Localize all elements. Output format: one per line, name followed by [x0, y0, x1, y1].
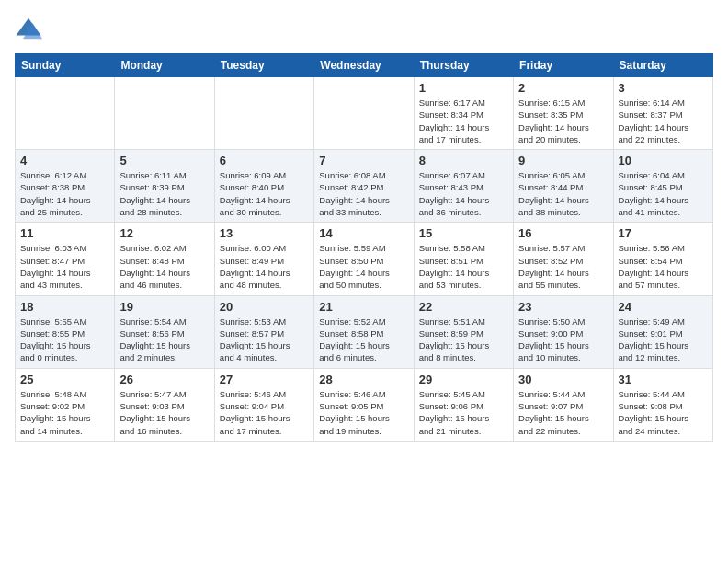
calendar-header: SundayMondayTuesdayWednesdayThursdayFrid… [16, 54, 713, 77]
header-wednesday: Wednesday [314, 54, 414, 77]
day-info: Sunrise: 6:09 AM Sunset: 8:40 PM Dayligh… [220, 169, 309, 218]
day-info: Sunrise: 5:46 AM Sunset: 9:05 PM Dayligh… [319, 388, 408, 437]
header-row: SundayMondayTuesdayWednesdayThursdayFrid… [16, 54, 713, 77]
day-number: 27 [220, 373, 309, 386]
day-number: 6 [220, 154, 309, 167]
day-number: 4 [20, 154, 109, 167]
day-info: Sunrise: 5:44 AM Sunset: 9:08 PM Dayligh… [619, 388, 708, 437]
day-number: 21 [319, 300, 408, 314]
day-info: Sunrise: 5:51 AM Sunset: 8:59 PM Dayligh… [419, 316, 508, 364]
calendar-cell: 23Sunrise: 5:50 AM Sunset: 9:00 PM Dayli… [514, 295, 613, 368]
day-info: Sunrise: 6:14 AM Sunset: 8:37 PM Dayligh… [619, 97, 708, 145]
calendar-cell: 11Sunrise: 6:03 AM Sunset: 8:47 PM Dayli… [16, 223, 115, 295]
header-monday: Monday [115, 54, 214, 77]
calendar-cell: 16Sunrise: 5:57 AM Sunset: 8:52 PM Dayli… [514, 223, 613, 295]
header-saturday: Saturday [613, 54, 712, 77]
calendar-cell: 26Sunrise: 5:47 AM Sunset: 9:03 PM Dayli… [115, 368, 214, 441]
calendar-cell: 14Sunrise: 5:59 AM Sunset: 8:50 PM Dayli… [314, 223, 414, 295]
calendar-cell: 7Sunrise: 6:08 AM Sunset: 8:42 PM Daylig… [314, 150, 414, 223]
day-info: Sunrise: 6:04 AM Sunset: 8:45 PM Dayligh… [619, 169, 708, 218]
calendar-cell: 21Sunrise: 5:52 AM Sunset: 8:58 PM Dayli… [314, 295, 414, 368]
calendar-cell: 31Sunrise: 5:44 AM Sunset: 9:08 PM Dayli… [613, 368, 712, 441]
day-info: Sunrise: 6:12 AM Sunset: 8:38 PM Dayligh… [20, 169, 109, 218]
header-sunday: Sunday [16, 54, 115, 77]
day-number: 15 [419, 226, 508, 240]
calendar-cell: 25Sunrise: 5:48 AM Sunset: 9:02 PM Dayli… [16, 368, 115, 441]
day-number: 17 [619, 226, 708, 240]
calendar-cell: 5Sunrise: 6:11 AM Sunset: 8:39 PM Daylig… [115, 150, 214, 223]
day-info: Sunrise: 5:57 AM Sunset: 8:52 PM Dayligh… [518, 242, 608, 291]
day-number: 20 [220, 300, 309, 314]
calendar-cell: 24Sunrise: 5:49 AM Sunset: 9:01 PM Dayli… [613, 295, 712, 368]
calendar-cell: 6Sunrise: 6:09 AM Sunset: 8:40 PM Daylig… [214, 150, 313, 223]
calendar-cell [314, 77, 414, 150]
calendar-cell: 4Sunrise: 6:12 AM Sunset: 8:38 PM Daylig… [16, 150, 115, 223]
day-info: Sunrise: 5:49 AM Sunset: 9:01 PM Dayligh… [619, 316, 708, 364]
day-number: 18 [20, 300, 109, 314]
day-number: 3 [619, 81, 708, 95]
calendar-cell: 13Sunrise: 6:00 AM Sunset: 8:49 PM Dayli… [214, 223, 313, 295]
day-info: Sunrise: 6:05 AM Sunset: 8:44 PM Dayligh… [518, 169, 608, 218]
calendar-cell: 19Sunrise: 5:54 AM Sunset: 8:56 PM Dayli… [115, 295, 214, 368]
day-number: 14 [319, 226, 408, 240]
calendar-cell: 2Sunrise: 6:15 AM Sunset: 8:35 PM Daylig… [514, 77, 613, 150]
calendar-cell: 22Sunrise: 5:51 AM Sunset: 8:59 PM Dayli… [414, 295, 513, 368]
header-thursday: Thursday [414, 54, 513, 77]
day-info: Sunrise: 5:45 AM Sunset: 9:06 PM Dayligh… [419, 388, 508, 437]
calendar-cell: 29Sunrise: 5:45 AM Sunset: 9:06 PM Dayli… [414, 368, 513, 441]
day-number: 24 [619, 300, 708, 314]
day-number: 9 [518, 154, 608, 167]
day-number: 1 [419, 81, 508, 95]
day-number: 5 [119, 154, 209, 167]
day-info: Sunrise: 5:47 AM Sunset: 9:03 PM Dayligh… [119, 388, 209, 437]
calendar-cell: 10Sunrise: 6:04 AM Sunset: 8:45 PM Dayli… [613, 150, 712, 223]
day-info: Sunrise: 6:00 AM Sunset: 8:49 PM Dayligh… [220, 242, 309, 291]
page-header [15, 15, 713, 42]
day-info: Sunrise: 5:59 AM Sunset: 8:50 PM Dayligh… [319, 242, 408, 291]
day-number: 8 [419, 154, 508, 167]
day-info: Sunrise: 5:44 AM Sunset: 9:07 PM Dayligh… [518, 388, 608, 437]
calendar-table: SundayMondayTuesdayWednesdayThursdayFrid… [15, 53, 713, 442]
day-info: Sunrise: 6:02 AM Sunset: 8:48 PM Dayligh… [119, 242, 209, 291]
day-info: Sunrise: 6:11 AM Sunset: 8:39 PM Dayligh… [119, 169, 209, 218]
day-info: Sunrise: 5:52 AM Sunset: 8:58 PM Dayligh… [319, 316, 408, 364]
day-info: Sunrise: 6:07 AM Sunset: 8:43 PM Dayligh… [419, 169, 508, 218]
calendar-body: 1Sunrise: 6:17 AM Sunset: 8:34 PM Daylig… [16, 77, 713, 442]
day-number: 22 [419, 300, 508, 314]
calendar-cell: 9Sunrise: 6:05 AM Sunset: 8:44 PM Daylig… [514, 150, 613, 223]
calendar-cell: 20Sunrise: 5:53 AM Sunset: 8:57 PM Dayli… [214, 295, 313, 368]
logo-icon [15, 15, 42, 42]
calendar-cell: 28Sunrise: 5:46 AM Sunset: 9:05 PM Dayli… [314, 368, 414, 441]
day-info: Sunrise: 6:15 AM Sunset: 8:35 PM Dayligh… [518, 97, 608, 145]
calendar-cell [214, 77, 313, 150]
calendar-cell: 17Sunrise: 5:56 AM Sunset: 8:54 PM Dayli… [613, 223, 712, 295]
header-friday: Friday [514, 54, 613, 77]
day-number: 2 [518, 81, 608, 95]
day-info: Sunrise: 5:54 AM Sunset: 8:56 PM Dayligh… [119, 316, 209, 364]
week-row-5: 25Sunrise: 5:48 AM Sunset: 9:02 PM Dayli… [16, 368, 713, 441]
week-row-3: 11Sunrise: 6:03 AM Sunset: 8:47 PM Dayli… [16, 223, 713, 295]
calendar-cell: 18Sunrise: 5:55 AM Sunset: 8:55 PM Dayli… [16, 295, 115, 368]
calendar-cell: 1Sunrise: 6:17 AM Sunset: 8:34 PM Daylig… [414, 77, 513, 150]
calendar-cell: 15Sunrise: 5:58 AM Sunset: 8:51 PM Dayli… [414, 223, 513, 295]
calendar-cell: 3Sunrise: 6:14 AM Sunset: 8:37 PM Daylig… [613, 77, 712, 150]
logo [15, 15, 46, 42]
day-number: 16 [518, 226, 608, 240]
calendar-cell: 8Sunrise: 6:07 AM Sunset: 8:43 PM Daylig… [414, 150, 513, 223]
day-number: 23 [518, 300, 608, 314]
day-info: Sunrise: 6:03 AM Sunset: 8:47 PM Dayligh… [20, 242, 109, 291]
day-number: 7 [319, 154, 408, 167]
day-info: Sunrise: 6:08 AM Sunset: 8:42 PM Dayligh… [319, 169, 408, 218]
week-row-1: 1Sunrise: 6:17 AM Sunset: 8:34 PM Daylig… [16, 77, 713, 150]
day-info: Sunrise: 5:55 AM Sunset: 8:55 PM Dayligh… [20, 316, 109, 364]
day-info: Sunrise: 5:58 AM Sunset: 8:51 PM Dayligh… [419, 242, 508, 291]
day-number: 10 [619, 154, 708, 167]
day-number: 11 [20, 226, 109, 240]
day-info: Sunrise: 5:56 AM Sunset: 8:54 PM Dayligh… [619, 242, 708, 291]
calendar-cell: 27Sunrise: 5:46 AM Sunset: 9:04 PM Dayli… [214, 368, 313, 441]
day-info: Sunrise: 5:46 AM Sunset: 9:04 PM Dayligh… [220, 388, 309, 437]
day-number: 13 [220, 226, 309, 240]
day-info: Sunrise: 5:53 AM Sunset: 8:57 PM Dayligh… [220, 316, 309, 364]
day-number: 26 [119, 373, 209, 386]
calendar-cell: 30Sunrise: 5:44 AM Sunset: 9:07 PM Dayli… [514, 368, 613, 441]
